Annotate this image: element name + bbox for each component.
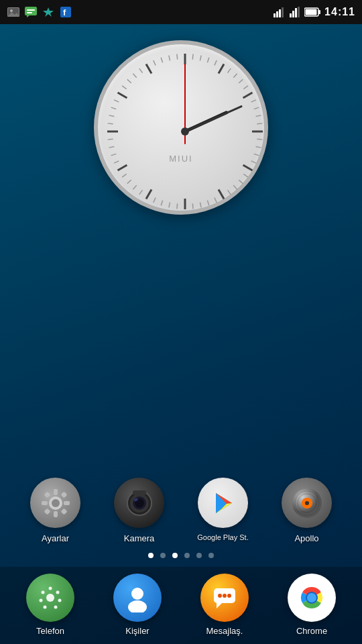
dock-label-chrome: Chrome (296, 626, 327, 636)
page-dot-2[interactable] (172, 553, 178, 558)
svg-rect-14 (282, 7, 284, 17)
svg-point-2 (10, 9, 13, 12)
svg-line-73 (114, 100, 119, 102)
svg-rect-21 (306, 9, 317, 15)
settings-icon[interactable] (30, 478, 80, 528)
svg-rect-93 (60, 491, 67, 498)
status-system: 14:11 (274, 6, 355, 18)
svg-line-45 (257, 123, 262, 124)
page-dot-5[interactable] (208, 553, 214, 558)
googleplay-icon[interactable] (198, 478, 248, 528)
svg-rect-95 (60, 508, 67, 515)
clock-widget[interactable]: // Rendered statically below (94, 40, 268, 215)
svg-line-54 (215, 198, 217, 203)
camera-icon[interactable] (114, 478, 164, 528)
contacts-icon[interactable] (113, 574, 162, 622)
signal-icon (274, 7, 286, 17)
svg-marker-5 (27, 15, 29, 17)
svg-marker-124 (217, 603, 222, 608)
page-dot-3[interactable] (184, 553, 190, 558)
page-dot-4[interactable] (196, 553, 202, 558)
app-item-googleplay[interactable]: Google Play St. (190, 478, 257, 541)
svg-line-74 (122, 86, 126, 89)
phone-icon[interactable] (26, 574, 74, 622)
page-dot-0[interactable] (148, 553, 154, 558)
svg-line-38 (227, 68, 231, 72)
svg-line-68 (109, 146, 115, 148)
svg-line-63 (133, 185, 136, 189)
svg-line-62 (139, 190, 143, 194)
svg-line-81 (177, 54, 178, 60)
svg-line-57 (192, 203, 193, 209)
svg-point-117 (44, 606, 47, 609)
cell-icon (290, 7, 300, 17)
svg-line-60 (161, 201, 162, 206)
app-label-camera: Kamera (124, 533, 155, 543)
app-label-googleplay: Google Play St. (197, 533, 248, 541)
dock-item-phone[interactable]: Telefon (13, 574, 87, 636)
svg-line-26 (243, 165, 253, 170)
message-icon (24, 5, 38, 19)
dock-item-chrome[interactable]: Chrome (275, 574, 349, 636)
svg-line-40 (239, 79, 243, 83)
svg-rect-12 (276, 11, 278, 17)
svg-line-80 (169, 56, 170, 61)
svg-point-126 (223, 594, 227, 598)
svg-line-43 (254, 107, 259, 109)
page-dot-1[interactable] (160, 553, 166, 558)
svg-line-69 (108, 139, 113, 140)
svg-line-72 (111, 107, 117, 109)
svg-line-70 (108, 123, 113, 124)
svg-rect-102 (133, 490, 146, 495)
svg-line-53 (227, 190, 231, 194)
svg-point-115 (58, 599, 62, 602)
svg-point-109 (305, 501, 309, 505)
svg-rect-89 (54, 511, 58, 517)
svg-line-46 (257, 139, 262, 140)
svg-line-83 (185, 107, 241, 131)
svg-point-125 (218, 594, 222, 598)
svg-text:f: f (63, 7, 66, 17)
messages-icon[interactable] (200, 574, 249, 622)
twitter-icon (42, 5, 55, 19)
svg-rect-6 (27, 9, 35, 11)
dock-label-phone: Telefon (36, 626, 64, 636)
svg-line-30 (118, 165, 127, 170)
svg-rect-18 (298, 7, 300, 17)
app-item-camera[interactable]: Kamera (106, 478, 173, 543)
svg-point-129 (307, 593, 316, 602)
time-display: 14:11 (324, 6, 355, 18)
svg-point-113 (49, 587, 52, 590)
svg-point-119 (42, 591, 45, 594)
svg-line-52 (233, 185, 237, 189)
chrome-icon[interactable] (288, 574, 336, 622)
svg-line-47 (256, 146, 261, 148)
app-label-apollo: Apollo (294, 533, 318, 543)
svg-point-122 (128, 600, 147, 612)
svg-line-50 (243, 174, 247, 177)
svg-point-116 (54, 606, 58, 609)
svg-line-65 (122, 174, 126, 177)
dock-item-contacts[interactable]: Kişiler (101, 574, 174, 636)
dock-item-messages[interactable]: Mesajlaş. (188, 574, 261, 636)
svg-line-33 (146, 64, 152, 74)
svg-rect-11 (274, 13, 276, 17)
svg-line-37 (215, 60, 217, 65)
svg-line-44 (256, 115, 261, 117)
apollo-icon[interactable] (282, 478, 332, 528)
app-item-apollo[interactable]: Apollo (274, 478, 341, 543)
svg-point-85 (181, 127, 189, 136)
svg-line-24 (243, 93, 253, 98)
svg-line-58 (177, 203, 178, 209)
svg-line-71 (109, 115, 115, 117)
svg-rect-13 (279, 9, 281, 17)
battery-icon (304, 7, 320, 17)
svg-rect-4 (25, 7, 37, 15)
facebook-icon: f (59, 5, 72, 19)
svg-rect-16 (292, 11, 294, 17)
app-item-settings[interactable]: Ayarlar (22, 478, 89, 543)
svg-rect-20 (318, 10, 320, 14)
svg-line-49 (251, 161, 256, 163)
svg-line-61 (154, 198, 156, 203)
svg-rect-94 (44, 508, 50, 515)
